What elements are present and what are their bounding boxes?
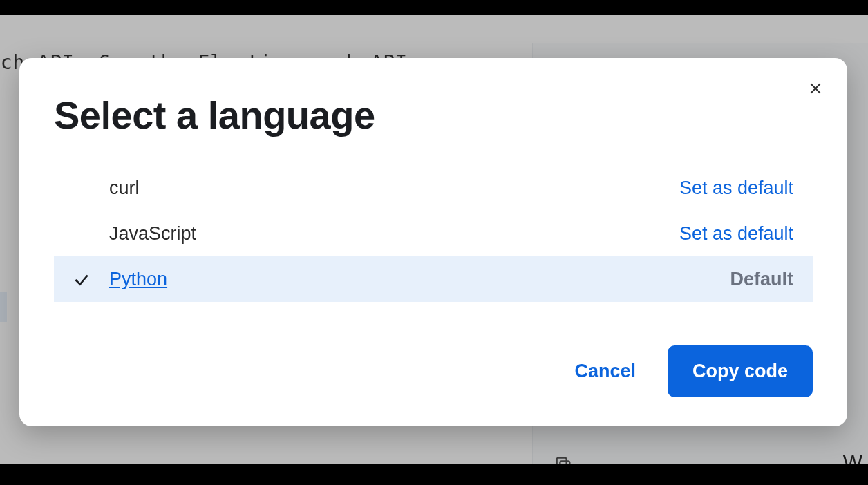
language-row-javascript[interactable]: JavaScript Set as default [54,211,813,256]
set-default-link[interactable]: Set as default [679,178,793,199]
cancel-button[interactable]: Cancel [574,361,636,382]
check-icon [73,271,91,289]
language-name-link[interactable]: Python [109,269,167,290]
viewport: asticsearch API. See the Elasticsearch A… [0,0,868,485]
language-name: curl [109,178,140,199]
language-row-python[interactable]: Python Default [54,256,813,302]
modal-footer: Cancel Copy code [574,345,813,397]
letterbox-bottom [0,464,868,485]
check-column [54,271,109,289]
close-button[interactable] [804,77,827,99]
close-icon [807,80,824,97]
set-default-link[interactable]: Set as default [679,223,793,245]
language-name: JavaScript [109,223,196,245]
modal-title: Select a language [54,93,813,137]
language-row-curl[interactable]: curl Set as default [54,165,813,211]
copy-code-button[interactable]: Copy code [668,345,813,397]
letterbox-top [0,0,868,15]
default-label: Default [730,269,793,290]
select-language-modal: Select a language curl Set as default Ja… [19,58,847,426]
language-list: curl Set as default JavaScript Set as de… [54,165,813,302]
